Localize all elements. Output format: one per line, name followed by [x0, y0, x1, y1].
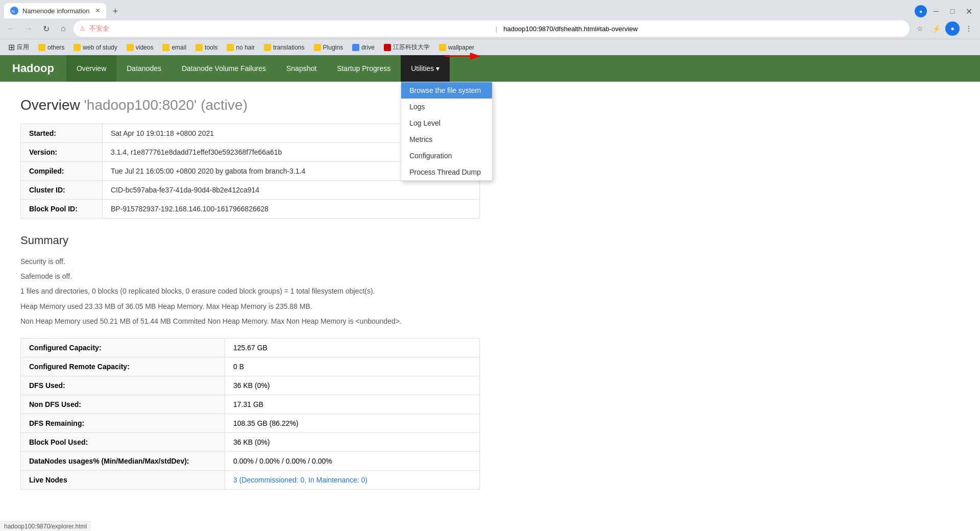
summary-val-1: 0 B: [225, 357, 480, 376]
bookmark-web-label: web of study: [83, 44, 117, 51]
bookmark-tools-label: tools: [205, 44, 217, 51]
summary-key-5: Block Pool Used:: [21, 432, 225, 451]
bookmark-videos-label: videos: [136, 44, 154, 51]
bookmark-wallpaper-label: wallpaper: [448, 44, 474, 51]
bookmark-others[interactable]: others: [34, 43, 68, 52]
bookmark-no-hair[interactable]: no hair: [223, 43, 259, 52]
browser-chrome: N Namenode information × + ● ─ □ ✕ ← → ↻…: [0, 0, 980, 55]
url-text: hadoop100:9870/dfshealth.html#tab-overvi…: [503, 25, 903, 33]
live-nodes-link[interactable]: 3 (Decommissioned: 0, In Maintenance: 0): [233, 476, 368, 484]
browser-tab[interactable]: N Namenode information ×: [4, 3, 106, 18]
summary-key-0: Configured Capacity:: [21, 338, 225, 357]
url-bar[interactable]: ⚠ 不安全 | hadoop100:9870/dfshealth.html#ta…: [74, 20, 910, 37]
table-row: Live Nodes 3 (Decommissioned: 0, In Main…: [21, 470, 480, 489]
url-separator: |: [496, 25, 497, 33]
summary-val-live-nodes: 3 (Decommissioned: 0, In Maintenance: 0): [225, 470, 480, 489]
summary-line-0: Security is off.: [20, 255, 960, 268]
reload-button[interactable]: ↻: [39, 21, 53, 36]
table-row: DFS Remaining: 108.35 GB (86.22%): [21, 414, 480, 432]
utilities-dropdown-menu: Browse the file system Logs Log Level Me…: [401, 82, 493, 181]
bookmark-tools[interactable]: tools: [191, 43, 222, 52]
extensions-button[interactable]: ⚡: [929, 21, 943, 36]
bookmark-translations[interactable]: translations: [260, 43, 308, 52]
bookmark-drive-label: drive: [361, 44, 375, 51]
field-value-cluster-id: CID-bc597aba-fe37-41da-90d4-8b2e412ca914: [103, 181, 480, 200]
bookmark-email[interactable]: email: [158, 43, 190, 52]
folder-icon: [195, 44, 203, 51]
site-favicon: [384, 44, 391, 51]
table-row: Non DFS Used: 17.31 GB: [21, 395, 480, 414]
field-label-started: Started:: [21, 124, 103, 143]
bookmark-jkju-label: 江苏科技大学: [393, 43, 430, 52]
summary-line-3: Heap Memory used 23.33 MB of 36.05 MB He…: [20, 300, 960, 313]
table-row: Configured Remote Capacity: 0 B: [21, 357, 480, 376]
dropdown-item-process-thread-dump[interactable]: Process Thread Dump: [401, 164, 492, 180]
summary-lines: Security is off. Safemode is off. 1 file…: [20, 255, 960, 328]
summary-val-5: 36 KB (0%): [225, 432, 480, 451]
table-row: Block Pool ID: BP-915782937-192.168.146.…: [21, 200, 480, 219]
hadoop-nav: Hadoop Overview Datanodes Datanode Volum…: [0, 55, 980, 82]
utilities-dropdown-wrapper: Utilities ▾ Browse the file system Logs …: [401, 55, 450, 82]
summary-key-2: DFS Used:: [21, 376, 225, 395]
dropdown-item-browse[interactable]: Browse the file system: [401, 82, 492, 99]
chrome-menu-button[interactable]: ⋮: [962, 21, 976, 36]
back-button[interactable]: ←: [4, 21, 18, 36]
summary-key-live-nodes: Live Nodes: [21, 470, 225, 489]
maximize-button[interactable]: □: [945, 4, 960, 18]
folder-icon: [352, 44, 359, 51]
table-row: DFS Used: 36 KB (0%): [21, 376, 480, 395]
status-bar: hadoop100:9870/explorer.html: [0, 521, 91, 531]
bookmark-jkju[interactable]: 江苏科技大学: [380, 42, 434, 53]
field-label-compiled: Compiled:: [21, 162, 103, 181]
folder-icon: [314, 44, 321, 51]
bookmark-plugins[interactable]: Plugins: [310, 43, 347, 52]
nav-tabs: Overview Datanodes Datanode Volume Failu…: [66, 55, 450, 82]
dropdown-item-configuration[interactable]: Configuration: [401, 148, 492, 164]
tab-favicon: N: [10, 7, 18, 15]
field-label-block-pool-id: Block Pool ID:: [21, 200, 103, 219]
bookmark-web-of-study[interactable]: web of study: [69, 43, 121, 52]
nav-tab-datanode-volume-failures[interactable]: Datanode Volume Failures: [172, 55, 276, 82]
table-row: Cluster ID: CID-bc597aba-fe37-41da-90d4-…: [21, 181, 480, 200]
bookmark-translations-label: translations: [273, 44, 304, 51]
bookmark-apps[interactable]: ⊞ 应用: [4, 41, 33, 53]
bookmark-drive[interactable]: drive: [348, 43, 379, 52]
tab-bar: N Namenode information × + ● ─ □ ✕: [0, 0, 980, 18]
bookmark-plugins-label: Plugins: [323, 44, 343, 51]
table-row: Configured Capacity: 125.67 GB: [21, 338, 480, 357]
nav-tab-utilities[interactable]: Utilities ▾: [401, 55, 450, 82]
folder-icon: [127, 44, 134, 51]
minimize-button[interactable]: ─: [929, 4, 943, 18]
forward-button[interactable]: →: [21, 21, 36, 36]
bookmarks-bar: ⊞ 应用 others web of study videos email to…: [0, 39, 980, 55]
bookmark-nohair-label: no hair: [236, 44, 255, 51]
bookmark-others-label: others: [47, 44, 64, 51]
nav-tab-startup-progress[interactable]: Startup Progress: [327, 55, 401, 82]
summary-val-3: 17.31 GB: [225, 395, 480, 414]
field-label-version: Version:: [21, 143, 103, 162]
nav-tab-snapshot[interactable]: Snapshot: [276, 55, 327, 82]
nav-tab-datanodes[interactable]: Datanodes: [116, 55, 172, 82]
close-button[interactable]: ✕: [962, 4, 976, 18]
table-row: DataNodes usages% (Min/Median/Max/stdDev…: [21, 451, 480, 470]
summary-key-4: DFS Remaining:: [21, 414, 225, 432]
dropdown-item-metrics[interactable]: Metrics: [401, 131, 492, 148]
circle-record-button[interactable]: ●: [915, 5, 927, 17]
new-tab-button[interactable]: +: [108, 4, 122, 18]
bookmark-videos[interactable]: videos: [122, 43, 158, 52]
summary-title: Summary: [20, 234, 960, 247]
window-controls: ● ─ □ ✕: [811, 4, 976, 18]
tab-close-button[interactable]: ×: [95, 7, 100, 15]
nav-tab-overview[interactable]: Overview: [66, 55, 116, 82]
profile-button[interactable]: ●: [945, 21, 960, 36]
field-value-block-pool-id: BP-915782937-192.168.146.100-16179668266…: [103, 200, 480, 219]
bookmark-star-button[interactable]: ☆: [913, 21, 927, 36]
bookmark-wallpaper[interactable]: wallpaper: [435, 43, 478, 52]
summary-val-6: 0.00% / 0.00% / 0.00% / 0.00%: [225, 451, 480, 470]
folder-icon: [162, 44, 169, 51]
summary-val-2: 36 KB (0%): [225, 376, 480, 395]
home-button[interactable]: ⌂: [56, 21, 70, 36]
table-row: Block Pool Used: 36 KB (0%): [21, 432, 480, 451]
dropdown-item-logs[interactable]: Logs: [401, 99, 492, 115]
dropdown-item-log-level[interactable]: Log Level: [401, 115, 492, 131]
